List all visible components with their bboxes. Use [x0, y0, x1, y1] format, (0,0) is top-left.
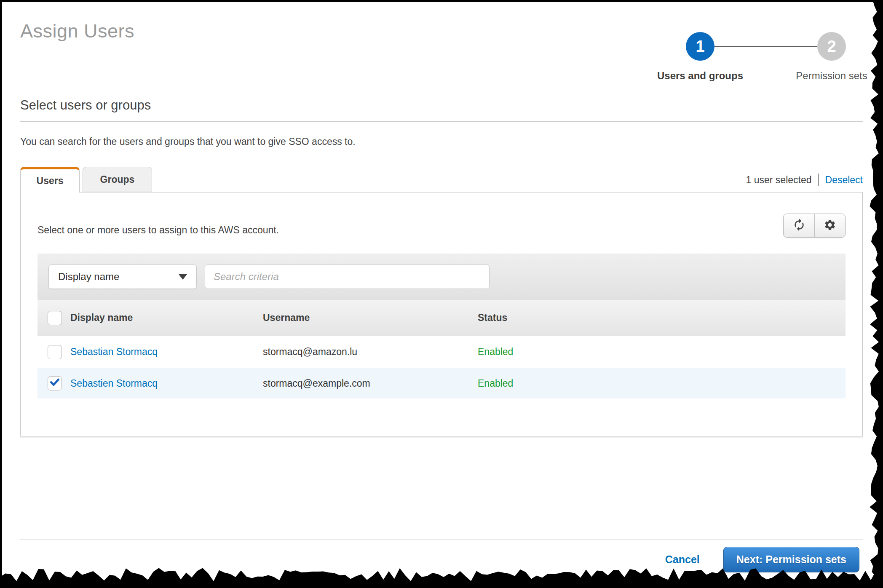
column-header-display-name: Display name	[70, 312, 263, 323]
refresh-button[interactable]	[784, 214, 814, 237]
user-username: stormacq@amazon.lu	[263, 346, 478, 358]
step-1-label: Users and groups	[657, 70, 743, 82]
select-all-checkbox[interactable]	[48, 311, 62, 325]
user-display-name-link[interactable]: Sebastian Stormacq	[70, 346, 158, 357]
wizard-step-labels: Users and groups Permission sets	[686, 70, 846, 88]
wizard-steps-track: 1 2	[686, 32, 846, 61]
user-status-badge: Enabled	[478, 378, 846, 389]
tabs: Users Groups	[20, 167, 152, 192]
page-header: Assign Users 1 2 Users and groups Permis…	[20, 16, 863, 88]
step-connector-line	[714, 46, 817, 47]
selection-info: 1 user selected Deselect	[746, 174, 863, 192]
deselect-link[interactable]: Deselect	[825, 174, 863, 186]
user-username: stormacq@example.com	[263, 378, 478, 389]
footer: Cancel Next: Permission sets	[20, 540, 863, 572]
filter-bar: Display name	[37, 254, 846, 300]
users-panel: Select one or more users to assign to th…	[20, 192, 863, 436]
column-header-status: Status	[478, 312, 846, 323]
step-1-circle: 1	[686, 32, 714, 61]
tabs-row: Users Groups 1 user selected Deselect	[20, 167, 863, 192]
next-permission-sets-button[interactable]: Next: Permission sets	[723, 547, 859, 572]
assign-users-page: Assign Users 1 2 Users and groups Permis…	[0, 0, 883, 572]
panel-instruction: Select one or more users to assign to th…	[37, 225, 279, 236]
page-title: Assign Users	[20, 20, 134, 42]
user-status-badge: Enabled	[478, 346, 846, 358]
filter-field-value: Display name	[58, 271, 119, 283]
header-checkbox-cell	[37, 311, 70, 325]
row-checkbox[interactable]	[48, 345, 62, 359]
row-checkbox-cell	[37, 376, 70, 390]
panel-toolbar-row: Select one or more users to assign to th…	[37, 214, 846, 238]
wizard-steps: 1 2 Users and groups Permission sets	[686, 32, 846, 88]
selection-count-text: 1 user selected	[746, 174, 812, 186]
table-header-row: Display name Username Status	[37, 300, 846, 336]
tab-groups[interactable]: Groups	[83, 167, 152, 192]
gear-icon	[824, 219, 836, 233]
refresh-icon	[792, 218, 806, 233]
users-table: Display name Username Status Sebastian S…	[37, 300, 846, 398]
panel-toolbar	[783, 214, 846, 238]
table-row[interactable]: Sebastian Stormacq stormacq@amazon.lu En…	[37, 336, 846, 368]
tab-users[interactable]: Users	[20, 167, 80, 192]
step-2-label: Permission sets	[796, 70, 867, 82]
settings-button[interactable]	[814, 214, 845, 237]
section-heading: Select users or groups	[20, 98, 863, 122]
column-header-username: Username	[263, 312, 478, 323]
section-description: You can search for the users and groups …	[20, 136, 863, 147]
caret-down-icon	[179, 274, 187, 280]
row-checkbox-cell	[37, 345, 70, 359]
checkmark-icon	[49, 377, 60, 390]
row-checkbox[interactable]	[48, 376, 62, 390]
cancel-button[interactable]: Cancel	[665, 553, 700, 566]
selection-divider	[818, 174, 819, 186]
table-row[interactable]: Sebastien Stormacq stormacq@example.com …	[37, 368, 846, 398]
search-input[interactable]	[205, 265, 490, 289]
step-2-circle: 2	[817, 32, 846, 61]
user-display-name-link[interactable]: Sebastien Stormacq	[70, 378, 158, 389]
filter-field-dropdown[interactable]: Display name	[48, 265, 197, 289]
